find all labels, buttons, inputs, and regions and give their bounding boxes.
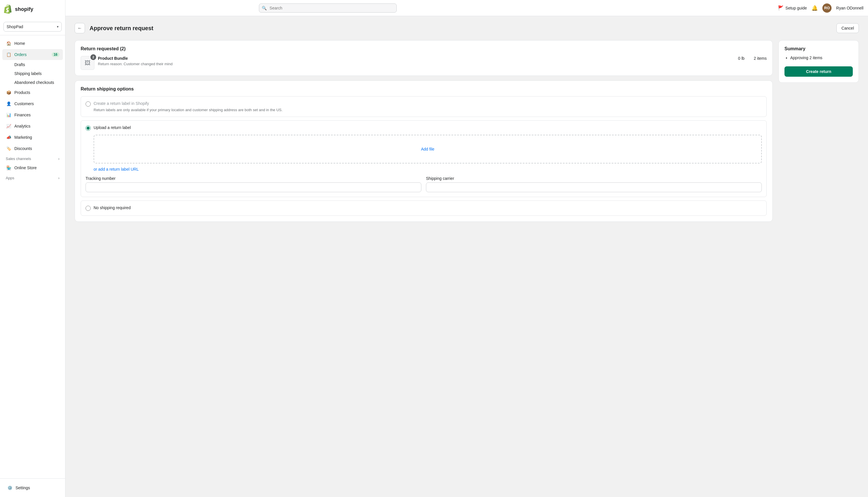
sidebar-item-label: Analytics (14, 124, 59, 128)
product-badge: 2 (90, 54, 96, 60)
expand-icon: › (58, 157, 59, 161)
shipping-carrier-group: Shipping carrier (426, 176, 762, 192)
product-image-wrap: 🖼 2 (80, 56, 94, 70)
tracking-carrier-fields: Tracking number Shipping carrier (86, 176, 762, 192)
home-icon: 🏠 (6, 41, 12, 46)
product-weight: 0 lb (738, 56, 745, 61)
page-title: Approve return request (90, 25, 832, 32)
sidebar-footer: ⚙️ Settings (0, 478, 65, 497)
return-requested-card: Return requested (2) 🖼 2 Product Bundle … (75, 40, 773, 76)
drafts-label: Drafts (14, 62, 25, 67)
tracking-number-group: Tracking number (86, 176, 421, 192)
shipping-option-1-label: Create a return label in Shopify (93, 101, 149, 106)
notifications-button[interactable]: 🔔 (811, 5, 818, 11)
analytics-icon: 📈 (6, 123, 12, 129)
product-return-reason: Return reason: Customer changed their mi… (98, 62, 735, 66)
upload-area[interactable]: Add file (93, 135, 762, 164)
sidebar-item-label: Orders (14, 52, 49, 57)
search-icon: 🔍 (262, 6, 267, 10)
shipping-option-1-row: Create a return label in Shopify (86, 101, 762, 106)
product-name: Product Bundle (98, 56, 735, 61)
sidebar-item-marketing[interactable]: 📣 Marketing (2, 132, 63, 143)
sidebar: shopify ShopPad ▾ 🏠 Home 📋 Orders 16 Dra… (0, 0, 65, 497)
product-quantity: 2 items (754, 56, 767, 61)
sidebar-item-home[interactable]: 🏠 Home (2, 38, 63, 49)
sidebar-item-shipping-labels[interactable]: Shipping labels (2, 69, 63, 78)
sales-channels-section[interactable]: Sales channels › (0, 154, 65, 162)
page-sidebar: Summary Approving 2 items Create return (778, 40, 859, 83)
chevron-down-icon: ▾ (57, 25, 59, 29)
back-icon: ← (77, 26, 82, 31)
sidebar-item-label: Online Store (14, 166, 59, 170)
topbar-search: 🔍 (259, 3, 397, 13)
tracking-number-input[interactable] (86, 182, 421, 192)
add-file-link[interactable]: Add file (421, 147, 435, 152)
sidebar-item-drafts[interactable]: Drafts (2, 60, 63, 69)
main-content: 🔍 🚩 Setup guide 🔔 RO Ryan ODonnell (65, 0, 868, 497)
orders-badge: 16 (52, 52, 59, 57)
summary-card: Summary Approving 2 items Create return (778, 40, 859, 83)
sidebar-item-customers[interactable]: 👤 Customers (2, 98, 63, 109)
product-row: 🖼 2 Product Bundle Return reason: Custom… (80, 56, 767, 70)
apps-section[interactable]: Apps › (0, 173, 65, 181)
store-selector[interactable]: ShopPad ▾ (0, 18, 65, 36)
shopify-logo: shopify (0, 0, 65, 18)
summary-list: Approving 2 items (784, 55, 853, 61)
avatar[interactable]: RO (822, 3, 832, 13)
summary-approving-item: Approving 2 items (790, 55, 853, 61)
sidebar-item-analytics[interactable]: 📈 Analytics (2, 120, 63, 131)
page-header: ← Approve return request Cancel (75, 23, 859, 33)
create-return-button[interactable]: Create return (784, 66, 853, 77)
topbar: 🔍 🚩 Setup guide 🔔 RO Ryan ODonnell (65, 0, 868, 16)
product-image-icon: 🖼 (85, 60, 90, 66)
settings-label: Settings (15, 485, 30, 490)
finances-icon: 📊 (6, 112, 12, 118)
abandoned-checkouts-label: Abandoned checkouts (14, 80, 54, 85)
cancel-button[interactable]: Cancel (836, 23, 859, 33)
page-container: ← Approve return request Cancel Return r… (65, 16, 868, 497)
sidebar-item-online-store[interactable]: 🏪 Online Store (2, 162, 63, 173)
sidebar-item-settings[interactable]: ⚙️ Settings (3, 482, 62, 493)
settings-icon: ⚙️ (7, 485, 13, 491)
search-input[interactable] (259, 3, 397, 13)
shipping-option-upload-label: Upload a return label Add file or add a … (80, 120, 767, 197)
back-button[interactable]: ← (75, 23, 85, 33)
shipping-option-create-label: Create a return label in Shopify Return … (80, 96, 767, 117)
shipping-option-1-radio[interactable] (86, 101, 91, 106)
shipping-options-title: Return shipping options (80, 86, 767, 91)
user-name: Ryan ODonnell (836, 6, 864, 10)
shipping-carrier-label: Shipping carrier (426, 176, 762, 181)
setup-guide-label: Setup guide (785, 6, 807, 10)
setup-guide-button[interactable]: 🚩 Setup guide (778, 5, 807, 11)
return-label-url-link[interactable]: or add a return label URL (93, 167, 138, 171)
products-icon: 📦 (6, 90, 12, 95)
sidebar-item-discounts[interactable]: 🏷️ Discounts (2, 143, 63, 154)
shipping-option-3-radio[interactable] (86, 206, 91, 211)
shipping-option-3-row: No shipping required (86, 205, 762, 211)
shopify-logo-icon (3, 4, 13, 14)
shipping-option-2-radio[interactable] (86, 126, 91, 131)
discounts-icon: 🏷️ (6, 146, 12, 152)
page-body: Return requested (2) 🖼 2 Product Bundle … (75, 40, 859, 222)
shipping-carrier-input[interactable] (426, 182, 762, 192)
customers-icon: 👤 (6, 101, 12, 106)
shipping-option-2-label: Upload a return label (93, 125, 131, 130)
sidebar-item-orders[interactable]: 📋 Orders 16 (2, 49, 63, 60)
sidebar-item-label: Marketing (14, 135, 59, 140)
topbar-right: 🚩 Setup guide 🔔 RO Ryan ODonnell (778, 3, 864, 13)
shipping-labels-label: Shipping labels (14, 71, 42, 76)
sidebar-item-finances[interactable]: 📊 Finances (2, 110, 63, 120)
product-details: Product Bundle Return reason: Customer c… (98, 56, 735, 66)
online-store-icon: 🏪 (6, 165, 12, 171)
shipping-option-3-label: No shipping required (93, 205, 131, 210)
page-main: Return requested (2) 🖼 2 Product Bundle … (75, 40, 773, 222)
store-name: ShopPad (6, 25, 23, 29)
shipping-option-2-row: Upload a return label (86, 125, 762, 131)
marketing-icon: 📣 (6, 134, 12, 140)
return-requested-title: Return requested (2) (80, 46, 767, 52)
sidebar-item-products[interactable]: 📦 Products (2, 87, 63, 98)
apps-label: Apps (6, 176, 14, 180)
sidebar-item-abandoned-checkouts[interactable]: Abandoned checkouts (2, 78, 63, 87)
sidebar-item-label: Customers (14, 101, 59, 106)
store-select-button[interactable]: ShopPad ▾ (3, 22, 62, 32)
